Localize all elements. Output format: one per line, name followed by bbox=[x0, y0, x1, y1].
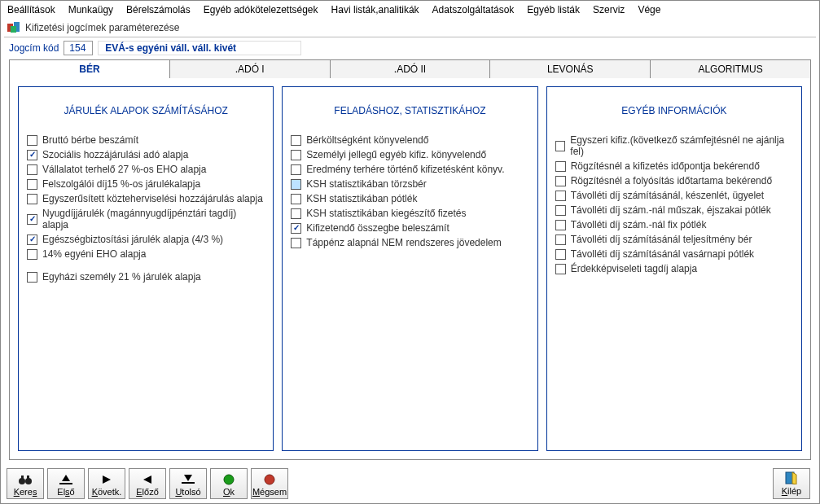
checkbox-row[interactable]: Vállalatot terhelő 27 %-os EHO alapja bbox=[27, 164, 265, 175]
jogcim-kod-value[interactable]: 154 bbox=[64, 41, 93, 55]
checkbox-row[interactable]: KSH statisztikában kiegészítő fizetés bbox=[291, 208, 528, 219]
checkbox[interactable] bbox=[27, 249, 37, 260]
checkbox-row[interactable]: Érdekképviseleti tagdíj alapja bbox=[555, 263, 793, 274]
checkbox[interactable] bbox=[555, 234, 566, 245]
checkbox-row[interactable]: Nyugdíjjárulék (magánnyugdíjpénztári tag… bbox=[27, 208, 265, 230]
checkbox-row[interactable]: Kifizetendő összegbe beleszámít bbox=[291, 222, 528, 234]
checkbox[interactable] bbox=[555, 220, 566, 230]
checkbox-label: Bruttó bérbe beszámít bbox=[42, 134, 138, 146]
menu-munkaugy[interactable]: Munkaügy bbox=[68, 4, 113, 15]
menu-szerviz[interactable]: Szerviz bbox=[593, 4, 625, 15]
window-title-text: Kifizetési jogcímek paraméterezése bbox=[25, 22, 179, 33]
menu-egyeb-adokotelezettsegek[interactable]: Egyéb adókötelezettségek bbox=[204, 4, 318, 15]
checkbox-row[interactable]: Táppénz alapnál NEM rendszeres jövedelem bbox=[291, 237, 528, 248]
checkbox-row[interactable]: Felszolgálói díj15 %-os járulékalapja bbox=[27, 178, 265, 190]
checkbox-row[interactable]: Távolléti díj számításánál vasárnapi pót… bbox=[555, 248, 793, 260]
binoculars-icon bbox=[18, 473, 33, 486]
checkbox[interactable] bbox=[291, 135, 301, 146]
exit-icon bbox=[784, 471, 799, 486]
jogcim-title: EVÁ-s egyéni váll. váll. kivét bbox=[98, 41, 301, 55]
checkbox-row[interactable]: Egyszeri kifiz.(következő számfejtésnél … bbox=[555, 134, 793, 157]
checkbox-label: Egészségbiztosítási járulék alapja (4/3 … bbox=[42, 234, 223, 245]
checkbox-label: Személyi jellegű egyéb kifiz. könyvelend… bbox=[306, 149, 486, 160]
menu-adatszolgaltatasok[interactable]: Adatszolgáltatások bbox=[432, 4, 515, 15]
svg-point-14 bbox=[265, 475, 274, 484]
menu-beallitasok[interactable]: Beállítások bbox=[7, 4, 55, 15]
checkbox-row[interactable]: Távolléti díj szám.-nál fix pótlék bbox=[555, 219, 793, 230]
checkbox-label: Távolléti díj szám.-nál fix pótlék bbox=[571, 219, 707, 230]
card-egyeb: EGYÉB INFORMÁCIÓK Egyszeri kifiz.(követk… bbox=[546, 86, 802, 451]
checkbox-row[interactable]: 14% egyéni EHO alapja bbox=[27, 248, 265, 260]
checkbox[interactable] bbox=[27, 135, 37, 146]
card-jarulek-items: Bruttó bérbe beszámítSzociális hozzájáru… bbox=[27, 131, 265, 286]
checkbox[interactable] bbox=[27, 234, 37, 245]
checkbox-row[interactable]: Távolléti díj számításánál teljesítmény … bbox=[555, 234, 793, 245]
card-egyeb-title: EGYÉB INFORMÁCIÓK bbox=[555, 105, 793, 116]
window-frame: Kifizetési jogcímek paraméterezése Jogcí… bbox=[4, 20, 816, 460]
checkbox[interactable] bbox=[555, 264, 566, 274]
keres-button[interactable]: Keres bbox=[7, 468, 44, 499]
checkbox-row[interactable]: Rögzítésnél a kifizetés időpontja bekére… bbox=[555, 160, 793, 172]
checkbox-row[interactable]: KSH statisztikában pótlék bbox=[291, 193, 528, 204]
checkbox-row[interactable]: Egyszerűsített közteherviselési hozzájár… bbox=[27, 193, 265, 204]
checkbox-row[interactable]: Rögzítésnél a folyósítás időtartama beké… bbox=[555, 175, 793, 186]
checkbox-row[interactable]: Szociális hozzájárulási adó alapja bbox=[27, 149, 265, 160]
checkbox-row[interactable]: Egészségbiztosítási járulék alapja (4/3 … bbox=[27, 234, 265, 245]
checkbox[interactable] bbox=[555, 249, 566, 260]
svg-rect-5 bbox=[21, 476, 24, 480]
checkbox-label: Bérköltségként könyvelendő bbox=[306, 134, 428, 146]
checkbox[interactable] bbox=[27, 150, 37, 160]
checkbox[interactable] bbox=[555, 161, 566, 172]
elso-button[interactable]: Első bbox=[47, 468, 85, 499]
checkbox-row[interactable]: KSH statisztikában törzsbér bbox=[291, 178, 528, 190]
checkbox[interactable] bbox=[291, 223, 301, 234]
param-row: Jogcím kód 154 EVÁ-s egyéni váll. váll. … bbox=[4, 37, 816, 59]
card-jarulek-title: JÁRULÉK ALAPOK SZÁMÍTÁSÁHOZ bbox=[27, 105, 265, 116]
elozo-button[interactable]: Előző bbox=[129, 468, 166, 499]
checkbox[interactable] bbox=[291, 164, 301, 175]
checkbox-label: Táppénz alapnál NEM rendszeres jövedelem bbox=[306, 237, 501, 248]
checkbox-row[interactable]: Távolléti díj számításánál, készenlét, ü… bbox=[555, 190, 793, 201]
checkbox[interactable] bbox=[555, 205, 566, 216]
checkbox-row[interactable]: Bérköltségként könyvelendő bbox=[291, 134, 528, 146]
checkbox-label: Eredmény terhére történő kifizetésként k… bbox=[306, 164, 504, 175]
kilep-button[interactable]: Kilép bbox=[773, 468, 810, 499]
tab-ado-i[interactable]: .ADÓ I bbox=[170, 59, 331, 78]
checkbox[interactable] bbox=[27, 179, 37, 190]
tab-ado-ii[interactable]: .ADÓ II bbox=[331, 59, 491, 78]
checkbox[interactable] bbox=[555, 176, 566, 186]
checkbox-row[interactable]: Távolléti díj szám.-nál műszak, éjszakai… bbox=[555, 204, 793, 216]
tab-ber[interactable]: BÉR bbox=[9, 59, 170, 78]
window-titlebar: Kifizetési jogcímek paraméterezése bbox=[4, 20, 816, 37]
checkbox[interactable] bbox=[291, 208, 301, 219]
checkbox-row[interactable]: Személyi jellegű egyéb kifiz. könyvelend… bbox=[291, 149, 528, 160]
checkbox[interactable] bbox=[27, 164, 37, 175]
checkbox[interactable] bbox=[27, 272, 37, 283]
utolso-button[interactable]: Utolsó bbox=[169, 468, 207, 499]
kovetk-button[interactable]: Követk. bbox=[88, 468, 125, 499]
megsem-button[interactable]: Mégsem bbox=[251, 468, 288, 499]
tab-algoritmus[interactable]: ALGORITMUS bbox=[651, 59, 811, 78]
checkbox[interactable] bbox=[291, 238, 301, 248]
svg-point-13 bbox=[224, 475, 234, 484]
checkbox[interactable] bbox=[291, 150, 301, 160]
menu-egyeb-listak[interactable]: Egyéb listák bbox=[527, 4, 580, 15]
menu-havi-listak[interactable]: Havi listák,analitikák bbox=[331, 4, 419, 15]
checkbox[interactable] bbox=[27, 214, 37, 225]
checkbox-label: KSH statisztikában törzsbér bbox=[306, 178, 426, 190]
checkbox[interactable] bbox=[555, 191, 566, 201]
checkbox[interactable] bbox=[291, 194, 301, 204]
menu-berelszamolas[interactable]: Bérelszámolás bbox=[126, 4, 191, 15]
tab-levonas[interactable]: LEVONÁS bbox=[490, 59, 651, 78]
menu-vege[interactable]: Vége bbox=[638, 4, 660, 15]
svg-rect-7 bbox=[59, 483, 72, 484]
checkbox-label: Egyszerűsített közteherviselési hozzájár… bbox=[42, 193, 263, 204]
ok-button[interactable]: Ok bbox=[210, 468, 248, 499]
checkbox[interactable] bbox=[555, 141, 566, 151]
checkbox[interactable] bbox=[291, 179, 301, 190]
checkbox[interactable] bbox=[27, 194, 37, 204]
checkbox-row[interactable]: Bruttó bérbe beszámít bbox=[27, 134, 265, 146]
svg-marker-8 bbox=[62, 475, 70, 481]
checkbox-row[interactable]: Eredmény terhére történő kifizetésként k… bbox=[291, 164, 528, 175]
checkbox-row[interactable]: Egyházi személy 21 % járulék alapja bbox=[27, 271, 265, 283]
